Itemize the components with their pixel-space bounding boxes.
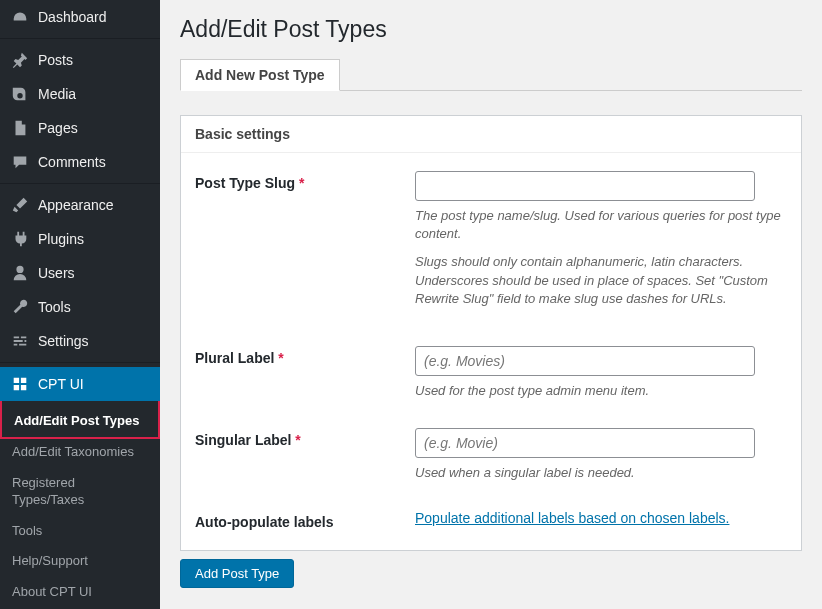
sidebar-separator [0,362,160,363]
submenu-label: Add/Edit Post Types [14,413,139,428]
label-auto-populate: Auto-populate labels [195,510,405,530]
tab-label: Add New Post Type [195,67,325,83]
desc-singular-label: Used when a singular label is needed. [415,464,787,482]
brush-icon [10,196,30,214]
submenu-help-support[interactable]: Help/Support [0,546,160,577]
submenu-label: Registered Types/Taxes [12,475,84,507]
sidebar-label: Settings [38,333,89,349]
sliders-icon [10,332,30,350]
wrench-icon [10,298,30,316]
sidebar-label: Comments [38,154,106,170]
row-singular-label: Singular Label * Used when a singular la… [195,428,787,482]
dashboard-icon [10,8,30,26]
sidebar-item-cptui[interactable]: CPT UI [0,367,160,401]
page-title: Add/Edit Post Types [180,16,802,43]
sidebar-item-pages[interactable]: Pages [0,111,160,145]
input-post-type-slug[interactable] [415,171,755,201]
sidebar-item-settings[interactable]: Settings [0,324,160,358]
submenu-label: About CPT UI [12,584,92,599]
submenu-about-cptui[interactable]: About CPT UI [0,577,160,608]
desc-post-type-slug: The post type name/slug. Used for variou… [415,207,787,308]
sidebar-label: Users [38,265,75,281]
submenu-tools[interactable]: Tools [0,516,160,547]
sidebar-item-media[interactable]: Media [0,77,160,111]
field-auto-populate: Populate additional labels based on chos… [415,510,787,526]
input-plural-label[interactable] [415,346,755,376]
sidebar-item-comments[interactable]: Comments [0,145,160,179]
submenu-add-edit-taxonomies[interactable]: Add/Edit Taxonomies [0,437,160,468]
sidebar-item-plugins[interactable]: Plugins [0,222,160,256]
desc-plural-label: Used for the post type admin menu item. [415,382,787,400]
sidebar-item-dashboard[interactable]: Dashboard [0,0,160,34]
row-plural-label: Plural Label * Used for the post type ad… [195,346,787,400]
tab-bar: Add New Post Type [180,59,802,91]
sidebar-item-posts[interactable]: Posts [0,43,160,77]
field-plural-label: Used for the post type admin menu item. [415,346,787,400]
add-post-type-button[interactable]: Add Post Type [180,559,294,588]
label-post-type-slug: Post Type Slug * [195,171,405,191]
sidebar-item-users[interactable]: Users [0,256,160,290]
sidebar-label: Appearance [38,197,114,213]
user-icon [10,264,30,282]
sidebar-label: Tools [38,299,71,315]
required-marker: * [295,432,300,448]
sidebar-label: Media [38,86,76,102]
highlight-marker: Add/Edit Post Types [0,399,160,439]
sidebar-label: CPT UI [38,376,84,392]
field-post-type-slug: The post type name/slug. Used for variou… [415,171,787,318]
panel-header: Basic settings [181,116,801,153]
sidebar-item-appearance[interactable]: Appearance [0,188,160,222]
sidebar-submenu: Add/Edit Post Types Add/Edit Taxonomies … [0,401,160,608]
pages-icon [10,119,30,137]
sidebar-item-tools[interactable]: Tools [0,290,160,324]
link-populate-labels[interactable]: Populate additional labels based on chos… [415,510,729,526]
sidebar-label: Plugins [38,231,84,247]
comment-icon [10,153,30,171]
row-auto-populate: Auto-populate labels Populate additional… [195,510,787,530]
submenu-label: Add/Edit Taxonomies [12,444,134,459]
tab-add-new-post-type[interactable]: Add New Post Type [180,59,340,91]
plug-icon [10,230,30,248]
pin-icon [10,51,30,69]
submenu-label: Tools [12,523,42,538]
sidebar-separator [0,38,160,39]
submenu-label: Help/Support [12,553,88,568]
admin-sidebar: Dashboard Posts Media Pages Comments App… [0,0,160,609]
row-post-type-slug: Post Type Slug * The post type name/slug… [195,171,787,318]
sidebar-label: Posts [38,52,73,68]
main-content: Add/Edit Post Types Add New Post Type Ba… [160,0,822,609]
submenu-add-edit-post-types[interactable]: Add/Edit Post Types [2,401,158,437]
input-singular-label[interactable] [415,428,755,458]
panel-body: Post Type Slug * The post type name/slug… [181,153,801,550]
cptui-icon [10,375,30,393]
submenu-registered-types[interactable]: Registered Types/Taxes [0,468,160,516]
required-marker: * [299,175,304,191]
settings-panel: Basic settings Post Type Slug * The post… [180,115,802,551]
label-plural-label: Plural Label * [195,346,405,366]
sidebar-label: Pages [38,120,78,136]
required-marker: * [278,350,283,366]
sidebar-label: Dashboard [38,9,107,25]
label-singular-label: Singular Label * [195,428,405,448]
field-singular-label: Used when a singular label is needed. [415,428,787,482]
media-icon [10,85,30,103]
sidebar-separator [0,183,160,184]
